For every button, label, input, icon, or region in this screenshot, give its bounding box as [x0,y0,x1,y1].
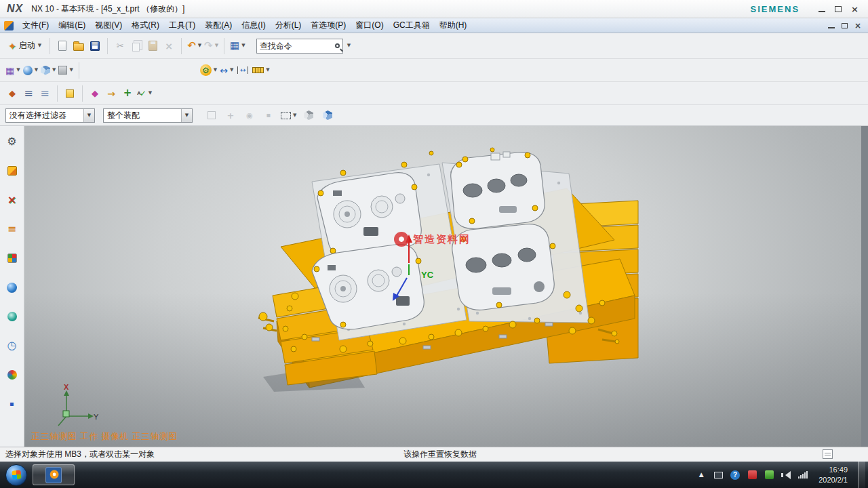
grid-display-icon: ▦ [5,66,14,75]
highlight-button[interactable] [203,106,220,124]
nx-app-icon [45,467,62,483]
show-hide-icon: ↔ [220,66,228,75]
title-bar: NX NX 10 - 基本环境 - [45_x_t.prt （修改的）] SIE… [0,0,868,18]
render-style-button[interactable]: ⚙ ▼ [199,62,218,79]
materials-icon[interactable] [5,367,20,382]
selection-scope-caret-icon[interactable]: ▼ [181,109,192,122]
datum-arrow-button[interactable]: → [103,85,119,102]
doc-close-icon[interactable]: × [854,22,861,30]
grid-display-button[interactable]: ▦ ▼ [4,62,22,79]
network-icon[interactable] [797,470,808,481]
help-tray-icon[interactable]: ? [730,470,741,481]
web-browser-icon[interactable] [5,280,20,295]
doc-minimize-icon[interactable] [828,27,835,28]
menu-item-assemblies[interactable]: 装配(A) [200,18,237,33]
window-layout-button[interactable]: ▦ ▼ [229,37,247,55]
restore-icon[interactable] [835,6,842,12]
selection-filter-caret-icon[interactable]: ▼ [83,109,94,122]
new-file-button[interactable] [54,37,71,55]
menu-item-file[interactable]: 文件(F) [18,18,54,33]
wcs-display-button[interactable]: + [119,85,136,102]
update-tray-icon[interactable] [764,470,774,481]
palette-mini-icon[interactable]: ▪ [5,396,20,411]
assembly-navigator-icon[interactable] [5,163,20,178]
menu-item-window[interactable]: 窗口(O) [351,18,388,33]
copy-button[interactable] [128,37,144,55]
undo-button[interactable]: ↶ ▼ [186,37,203,55]
selection-scope-value: 整个装配 [104,109,181,122]
selection-scope-select[interactable]: 整个装配 ▼ [103,108,193,123]
show-hide-button[interactable]: ↔ ▼ [218,62,235,79]
delete-button[interactable]: × [161,37,177,55]
cut-button[interactable]: ✂ [112,37,128,55]
open-button[interactable] [71,37,87,55]
xform-button[interactable]: ◆ [87,85,103,102]
close-icon[interactable]: × [851,5,859,14]
doc-restore-icon[interactable] [842,23,848,28]
display-tray-icon[interactable] [713,470,724,481]
document-icon[interactable] [4,21,14,30]
layer-category-button[interactable]: ≡ [37,85,53,102]
move-component-button[interactable]: ◆ [4,85,20,102]
start-menu-button[interactable] [5,464,27,486]
constraint-navigator-icon[interactable]: × [5,192,20,207]
graphics-viewport[interactable]: YC X Y 智造资料网 正三轴测图 工作 摄像机 正三轴测图 [24,126,861,447]
security-tray-icon[interactable] [747,470,757,481]
gold-arrow-icon: → [107,89,115,98]
menu-item-information[interactable]: 信息(I) [237,18,270,33]
main-area: ⚙ × ≡ ◷ ▪ [0,126,868,447]
menu-item-gc-toolbox[interactable]: GC工具箱 [389,18,435,33]
cube-icon [41,66,50,75]
selection-filter-select[interactable]: 没有选择过滤器 ▼ [5,108,95,123]
background-button[interactable]: ▼ [57,62,74,79]
wireframe-cube-button[interactable] [319,106,336,124]
snap-center-button[interactable]: ◉ [241,106,258,124]
roles-gear-icon[interactable]: ⚙ [5,134,20,149]
history-icon[interactable]: ◷ [5,338,20,353]
start-button[interactable]: ✦ 启动 ▼ [4,39,45,53]
menu-item-analysis[interactable]: 分析(L) [271,18,307,33]
snap-end-button[interactable]: ▪ [260,106,277,124]
taskbar-clock[interactable]: 16:49 2020/2/1 [814,465,852,485]
view-cube-button[interactable]: ▼ [39,62,57,79]
search-icon[interactable] [335,43,340,48]
menu-item-edit[interactable]: 编辑(E) [54,18,90,33]
measure-button[interactable]: ▼ [251,62,271,79]
triad-origin[interactable] [63,411,69,417]
layer-settings-button[interactable]: ≡ [20,85,37,102]
resource-bar: ⚙ × ≡ ◷ ▪ [0,126,24,447]
show-desktop-button[interactable] [858,462,865,488]
hd3d-tools-icon[interactable] [5,309,20,324]
cad-model-canvas[interactable]: YC X Y [24,126,861,447]
paste-button[interactable] [144,37,161,55]
snap-center-icon: ◉ [246,112,253,119]
hidden-icons-chevron-icon[interactable]: ▲ [696,470,707,481]
taskbar-nx-app-button[interactable] [33,464,75,485]
status-panel-icon[interactable] [823,449,833,459]
undo-icon: ↶ [187,41,196,51]
redo-icon: ↷ [204,41,213,51]
menu-item-help[interactable]: 帮助(H) [435,18,472,33]
view-name-labels: 正三轴测图 工作 摄像机 正三轴测图 [31,431,178,443]
menu-item-preferences[interactable]: 首选项(P) [306,18,351,33]
search-caret-icon[interactable]: ▼ [347,43,351,48]
menu-item-view[interactable]: 视图(V) [90,18,127,33]
render-sphere-button[interactable]: ▼ [22,62,39,79]
command-finder-input[interactable] [260,41,335,51]
menu-item-format[interactable]: 格式(R) [127,18,164,33]
spell-check-button[interactable]: A✓ ▼ [136,85,153,102]
menu-item-tools[interactable]: 工具(T) [164,18,200,33]
reuse-library-icon[interactable] [5,251,20,266]
note-button[interactable] [62,85,78,102]
show-only-button[interactable] [300,106,317,124]
rectangle-select-button[interactable]: ▼ [279,106,298,124]
save-button[interactable] [87,37,103,55]
redo-button[interactable]: ↷ ▼ [203,37,220,55]
snap-point-button[interactable]: + [222,106,239,124]
minimize-icon[interactable] [818,11,825,12]
part-navigator-icon[interactable]: ≡ [5,222,20,237]
dimension-button[interactable]: ↔ [235,62,251,79]
volume-icon[interactable] [781,470,791,481]
windows-flag-icon [12,470,21,479]
standard-toolbar: ✦ 启动 ▼ ✂ × ↶ ▼ ↷ ▼ ▦ ▼ ▼ [0,33,868,59]
